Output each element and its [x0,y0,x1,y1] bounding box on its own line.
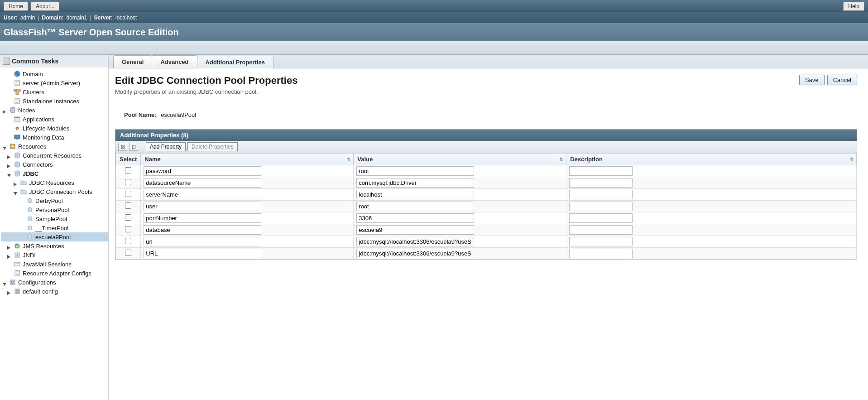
nav-item-monitoring-data[interactable]: Monitoring Data [1,133,108,142]
topbar: Home About... Help [0,0,868,12]
property-value-input[interactable] [356,237,474,246]
nav-item-derbypool[interactable]: DerbyPool [1,196,108,205]
nav-item-resource-adapter-configs[interactable]: Resource Adapter Configs [1,269,108,278]
row-select-checkbox[interactable] [125,191,131,197]
property-name-input[interactable] [144,190,261,199]
tree-toggle-icon[interactable] [14,190,18,194]
svg-rect-17 [14,135,20,139]
property-value-input[interactable] [356,190,474,199]
property-name-input[interactable] [144,249,261,258]
property-name-input[interactable] [144,166,261,176]
home-button[interactable]: Home [4,2,28,11]
property-name-input[interactable] [144,178,261,188]
nav-item-jdbc-resources[interactable]: JDBC Resources [1,178,108,187]
row-select-checkbox[interactable] [125,250,131,256]
nav-item-jms-resources[interactable]: JMS Resources [1,241,108,251]
col-value[interactable]: Value⇅ [354,154,566,165]
row-select-checkbox[interactable] [125,238,131,244]
nav-item-label: Nodes [18,107,35,114]
svg-text:J: J [16,254,18,257]
row-select-checkbox[interactable] [125,226,131,232]
nav-item-applications[interactable]: Applications [1,115,108,124]
tree-toggle-icon[interactable] [14,181,18,185]
nav-item-jndi[interactable]: JJNDI [1,251,108,260]
table-row [116,224,857,236]
nav-item--timerpool[interactable]: __TimerPool [1,223,108,232]
nav-item-resources[interactable]: Resources [1,142,108,151]
nav-item-jdbc-connection-pools[interactable]: JDBC Connection Pools [1,187,108,196]
property-description-input[interactable] [569,213,633,223]
nav-item-standalone-instances[interactable]: Standalone Instances [1,96,108,106]
row-select-checkbox[interactable] [125,167,131,173]
svg-point-29 [15,244,19,248]
tree-toggle-icon[interactable] [7,253,11,257]
tab-general[interactable]: General [113,55,152,68]
nav-item-connectors[interactable]: Connectors [1,160,108,169]
property-value-input[interactable] [356,249,474,258]
tree-toggle-icon[interactable] [3,108,7,112]
tab-additional-properties[interactable]: Additional Properties [197,56,273,68]
nav-item-nodes[interactable]: Nodes [1,106,108,115]
help-button[interactable]: Help [843,2,864,11]
nav-item-escuela9pool[interactable]: escuela9Pool [1,232,108,241]
about-button[interactable]: About... [31,2,59,11]
page-title: Edit JDBC Connection Pool Properties [115,75,799,87]
deselect-all-icon: ☐ [132,145,136,149]
tree-toggle-icon[interactable] [7,172,11,176]
tree-toggle-icon[interactable] [7,289,11,294]
property-description-input[interactable] [569,166,633,176]
nav-item-samplepool[interactable]: SamplePool [1,214,108,223]
add-property-button[interactable]: Add Property [146,142,186,151]
apps-icon [14,116,21,123]
delete-properties-button[interactable]: Delete Properties [187,142,238,151]
select-all-button[interactable]: ☑ [118,143,127,151]
col-select: Select [116,154,141,165]
nav-item-concurrent-resources[interactable]: Concurrent Resources [1,151,108,160]
nav-item-domain[interactable]: Domain [1,69,108,78]
col-description[interactable]: Description⇅ [566,154,857,165]
property-value-input[interactable] [356,166,474,176]
deselect-all-button[interactable]: ☐ [129,143,138,151]
nav-item-jdbc[interactable]: JDBC [1,169,108,178]
property-name-input[interactable] [144,225,261,235]
row-select-checkbox[interactable] [125,179,131,185]
nav-item-configurations[interactable]: Configurations [1,278,108,287]
nav-item-server-admin-server-[interactable]: server (Admin Server) [1,78,108,87]
property-name-input[interactable] [144,237,261,246]
property-value-input[interactable] [356,225,474,235]
tree-toggle-icon[interactable] [3,280,7,284]
property-description-input[interactable] [569,249,633,258]
tab-advanced[interactable]: Advanced [152,55,197,68]
property-description-input[interactable] [569,202,633,211]
nav-item-default-config[interactable]: default-config [1,287,108,296]
nav-item-lifecycle-modules[interactable]: Lifecycle Modules [1,124,108,133]
property-description-input[interactable] [569,237,633,246]
tree-toggle-icon[interactable] [7,244,11,248]
nav-item-personapool[interactable]: PersonaPool [1,205,108,214]
col-name[interactable]: Name⇅ [141,154,354,165]
server-label: Server: [94,14,113,21]
row-select-checkbox[interactable] [125,214,131,221]
property-description-input[interactable] [569,178,633,188]
property-description-input[interactable] [569,225,633,235]
property-value-input[interactable] [356,213,474,223]
page-subtitle: Modify properties of an existing JDBC co… [115,88,799,95]
table-row [116,248,857,260]
table-row [116,236,857,248]
nav-item-label: server (Admin Server) [23,80,80,87]
property-name-input[interactable] [144,213,261,223]
nav-item-clusters[interactable]: Clusters [1,87,108,96]
property-name-input[interactable] [144,202,261,211]
tree-toggle-icon[interactable] [7,163,11,167]
tree-toggle-icon[interactable] [7,154,11,158]
property-value-input[interactable] [356,178,474,188]
cfg-icon [14,288,21,295]
dbsmall-icon [26,233,34,241]
property-description-input[interactable] [569,190,633,199]
tree-toggle-icon[interactable] [3,145,7,149]
cancel-button[interactable]: Cancel [827,75,857,85]
property-value-input[interactable] [356,202,474,211]
nav-item-javamail-sessions[interactable]: JavaMail Sessions [1,260,108,269]
row-select-checkbox[interactable] [125,202,131,209]
save-button[interactable]: Save [799,75,825,85]
